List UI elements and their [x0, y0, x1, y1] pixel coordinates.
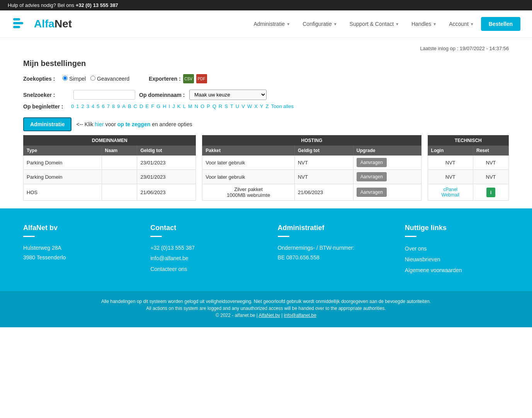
- radio-simpel[interactable]: [63, 76, 68, 81]
- cpanel-link[interactable]: cPanel: [431, 187, 470, 192]
- row1-type: Parking Domein: [24, 156, 102, 170]
- row3-geldig-domein: 21/06/2023: [137, 184, 196, 201]
- search-input[interactable]: [73, 90, 135, 100]
- row3-spacer2: [421, 184, 428, 201]
- nav-handles[interactable]: Handles ▼: [406, 18, 442, 30]
- letter-E[interactable]: E: [144, 103, 150, 110]
- topbar-text: Hulp of advies nodig? Bel ons: [8, 2, 76, 8]
- letter-K[interactable]: K: [177, 103, 182, 110]
- footer-ondernemings-label: Ondernemings- / BTW-nummer:: [278, 243, 382, 253]
- zoekopties-label: Zoekopties :: [23, 76, 55, 82]
- letter-8[interactable]: 8: [111, 103, 116, 110]
- nav-account[interactable]: Account ▼: [444, 18, 479, 30]
- administratie-button[interactable]: Administratie: [23, 117, 71, 131]
- letter-N[interactable]: N: [194, 103, 199, 110]
- letter-B[interactable]: B: [127, 103, 132, 110]
- letter-6[interactable]: 6: [101, 103, 105, 110]
- footer-over-ons-link[interactable]: Over ons: [405, 243, 509, 254]
- letter-9[interactable]: 9: [116, 103, 121, 110]
- letter-O[interactable]: O: [200, 103, 205, 110]
- letter-W[interactable]: W: [246, 103, 253, 110]
- bestellen-button[interactable]: Bestellen: [481, 17, 520, 31]
- letter-J[interactable]: J: [172, 103, 176, 110]
- letter-2[interactable]: 2: [80, 103, 85, 110]
- radio-geavanceerd-label[interactable]: Geavanceerd: [90, 76, 129, 82]
- letter-F[interactable]: F: [150, 103, 155, 110]
- letter-X[interactable]: X: [253, 103, 258, 110]
- letter-3[interactable]: 3: [86, 103, 90, 110]
- letter-Q[interactable]: Q: [212, 103, 217, 110]
- footer-algemene-link[interactable]: Algemene voorwaarden: [405, 265, 509, 276]
- table-spacer-4: [421, 146, 428, 156]
- letter-5[interactable]: 5: [96, 103, 100, 110]
- letter-V[interactable]: V: [241, 103, 246, 110]
- letter-Y[interactable]: Y: [259, 103, 264, 110]
- chevron-down-icon: ▼: [433, 22, 437, 26]
- aanvragen-button[interactable]: Aanvragen: [357, 158, 387, 167]
- logo: AlfaNet: [12, 14, 72, 34]
- webmail-link[interactable]: Webmail: [431, 192, 470, 198]
- row1-spacer2: [421, 156, 428, 170]
- header-domeinnamen: DOMEINNAMEN: [24, 135, 196, 146]
- letter-U[interactable]: U: [235, 103, 240, 110]
- topbar-phone: +32 (0) 13 555 387: [76, 2, 118, 8]
- table-spacer-1: [196, 135, 202, 146]
- table-row: HOS 21/06/2023 Zilver pakket1000MB webru…: [24, 184, 509, 201]
- footer-bottom: Alle handelingen op dit systeem worden g…: [0, 291, 532, 327]
- chevron-down-icon: ▼: [395, 22, 399, 26]
- radio-group: Simpel Geavanceerd: [63, 76, 129, 82]
- export-pdf-icon[interactable]: PDF: [196, 74, 207, 83]
- row3-login: cPanel Webmail: [428, 184, 473, 201]
- radio-geavanceerd[interactable]: [90, 76, 95, 81]
- row2-geldig-domein: 23/01/2023: [137, 170, 196, 184]
- letter-P[interactable]: P: [206, 103, 211, 110]
- row1-geldig-domein: 23/01/2023: [137, 156, 196, 170]
- op-beginletter-label: Op beginletter :: [23, 103, 70, 110]
- letter-7[interactable]: 7: [106, 103, 110, 110]
- footer-alfanet-bv-link[interactable]: AlfaNet.bv: [258, 313, 280, 318]
- radio-simpel-label[interactable]: Simpel: [63, 76, 86, 82]
- letter-C[interactable]: C: [133, 103, 138, 110]
- footer-info-email-link[interactable]: info@alfanet.be: [284, 313, 316, 318]
- col-reset: Reset: [473, 146, 509, 156]
- header-hosting: HOSTING: [202, 135, 421, 146]
- footer-col-administratief: Administratief Ondernemings- / BTW-numme…: [278, 224, 382, 276]
- info-button[interactable]: i: [486, 188, 496, 197]
- letter-D[interactable]: D: [139, 103, 144, 110]
- letter-Z[interactable]: Z: [265, 103, 270, 110]
- letter-G[interactable]: G: [156, 103, 161, 110]
- row1-pakket: Voor later gebruik: [202, 156, 295, 170]
- row1-geldig-hosting: NVT: [294, 156, 353, 170]
- footer-email-link[interactable]: info@alfanet.be: [150, 253, 254, 264]
- nav-configuratie[interactable]: Configuratie ▼: [297, 18, 342, 30]
- admin-tooltip-row: Administratie <-- Klik hier voor op te z…: [23, 117, 509, 131]
- letter-A[interactable]: A: [121, 103, 126, 110]
- footer-ondernemings-value: BE 0870.656.558: [278, 253, 382, 262]
- export-csv-icon[interactable]: CSV: [183, 74, 194, 83]
- snelzoeker-label: Snelzoeker :: [23, 92, 70, 98]
- aanvragen-button[interactable]: Aanvragen: [357, 172, 387, 181]
- row2-spacer1: [196, 170, 202, 184]
- aanvragen-button[interactable]: Aanvragen: [357, 188, 387, 197]
- footer-contacteer-link[interactable]: Contacteer ons: [150, 264, 254, 274]
- letter-I[interactable]: I: [168, 103, 171, 110]
- letter-4[interactable]: 4: [91, 103, 95, 110]
- letter-T[interactable]: T: [229, 103, 234, 110]
- tooltip-hier-link[interactable]: hier: [95, 121, 104, 127]
- footer-nieuwsbrieven-link[interactable]: Nieuwsbrieven: [405, 254, 509, 265]
- chevron-down-icon: ▼: [470, 22, 474, 26]
- nav-support-contact[interactable]: Support & Contact ▼: [344, 18, 405, 30]
- letter-1[interactable]: 1: [75, 103, 80, 110]
- footer-links-title: Nuttige links: [405, 224, 509, 232]
- letter-H[interactable]: H: [162, 103, 167, 110]
- nav-administratie[interactable]: Administratie ▼: [248, 18, 296, 30]
- letter-S[interactable]: S: [224, 103, 229, 110]
- letter-R[interactable]: R: [218, 103, 223, 110]
- letter-L[interactable]: L: [182, 103, 186, 110]
- letter-0[interactable]: 0: [70, 103, 75, 110]
- domain-select[interactable]: Maak uw keuze: [189, 90, 267, 100]
- letter-toon-alles[interactable]: Toon alles: [270, 103, 294, 110]
- table-row: Parking Domein 23/01/2023 Voor later geb…: [24, 170, 509, 184]
- footer-underline: [405, 236, 416, 237]
- letter-M[interactable]: M: [187, 103, 193, 110]
